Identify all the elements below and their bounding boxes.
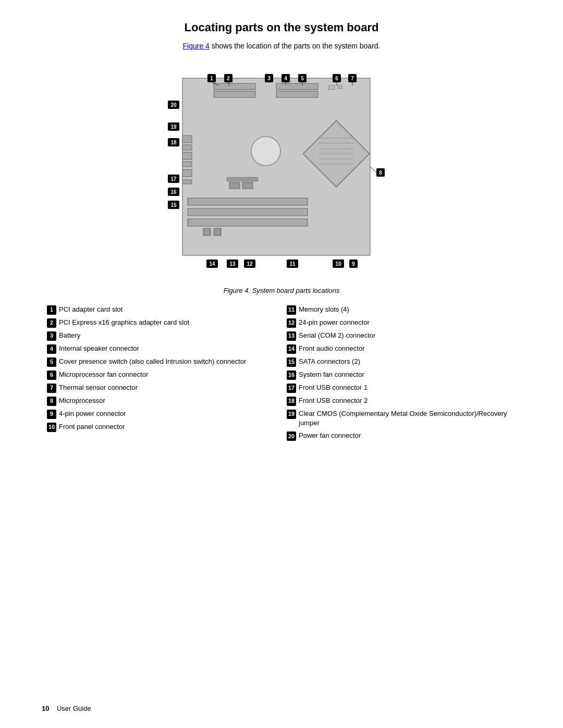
- legend-item-text: 24-pin power connector: [299, 318, 516, 327]
- svg-rect-25: [214, 228, 221, 236]
- svg-rect-75: [338, 85, 342, 89]
- svg-text:12: 12: [247, 261, 253, 267]
- svg-text:18: 18: [170, 140, 177, 145]
- svg-rect-21: [182, 162, 192, 167]
- legend-item-text: SATA connectors (2): [299, 357, 516, 366]
- legend-item-text: Front panel connector: [59, 422, 276, 431]
- legend-item: 19Clear CMOS (Complementary Metal Oxide …: [287, 409, 516, 428]
- legend-item: 15SATA connectors (2): [287, 357, 516, 367]
- svg-rect-3: [276, 83, 318, 90]
- svg-rect-19: [182, 145, 192, 150]
- legend-item-text: PCI adapter card slot: [59, 305, 276, 314]
- svg-rect-7: [188, 219, 308, 226]
- legend-badge: 19: [287, 410, 296, 419]
- svg-text:6: 6: [335, 76, 338, 81]
- legend-badge: 13: [287, 331, 296, 341]
- legend-item: 4Internal speaker connector: [47, 344, 276, 354]
- svg-rect-2: [214, 91, 255, 97]
- legend-item-text: Clear CMOS (Complementary Metal Oxide Se…: [299, 409, 516, 428]
- legend-badge: 14: [287, 344, 296, 354]
- svg-text:4: 4: [284, 76, 287, 81]
- legend-item: 13Serial (COM 2) connector: [287, 331, 516, 341]
- svg-text:14: 14: [209, 261, 215, 267]
- figure-link[interactable]: Figure 4: [183, 42, 210, 50]
- legend-badge: 15: [287, 357, 296, 367]
- legend-item-text: Microprocessor fan connector: [59, 370, 276, 379]
- svg-text:1: 1: [210, 76, 213, 81]
- legend-item: 3Battery: [47, 331, 276, 341]
- legend-item: 1PCI adapter card slot: [47, 305, 276, 315]
- system-board-diagram: 1 2 3 4 5 6 7 20 19: [146, 63, 417, 281]
- svg-rect-20: [182, 152, 192, 159]
- svg-rect-24: [203, 228, 211, 236]
- diagram-container: 1 2 3 4 5 6 7 20 19: [42, 63, 521, 281]
- legend-badge: 17: [287, 384, 296, 393]
- legend-item-text: System fan connector: [299, 370, 516, 379]
- svg-rect-26: [227, 177, 258, 181]
- legend-badge: 2: [47, 318, 56, 328]
- legend-badge: 1: [47, 305, 56, 315]
- intro-paragraph: Figure 4 shows the location of the parts…: [42, 42, 521, 50]
- legend-item-text: 4-pin power connector: [59, 409, 276, 418]
- legend-item-text: Thermal sensor connector: [59, 383, 276, 392]
- svg-rect-4: [276, 91, 318, 97]
- legend-item-text: Cover presence switch (also called Intru…: [59, 357, 276, 366]
- legend-badge: 4: [47, 344, 56, 354]
- legend-item: 18Front USB connector 2: [287, 396, 516, 406]
- legend-badge: 10: [47, 423, 56, 432]
- svg-text:3: 3: [267, 76, 271, 81]
- svg-rect-23: [182, 180, 192, 184]
- legend-item: 8Microprocessor: [47, 396, 276, 406]
- legend-item: 6Microprocessor fan connector: [47, 370, 276, 380]
- legend-item: 20Power fan connector: [287, 431, 516, 441]
- svg-text:11: 11: [289, 261, 296, 267]
- legend-left-column: 1PCI adapter card slot2PCI Express x16 g…: [42, 305, 282, 444]
- legend-item-text: Front USB connector 2: [299, 396, 516, 405]
- svg-text:13: 13: [229, 261, 236, 267]
- legend-badge: 8: [47, 397, 56, 406]
- legend-item-text: Memory slots (4): [299, 305, 516, 314]
- legend-right-column: 11Memory slots (4)1224-pin power connect…: [282, 305, 521, 444]
- legend-badge: 18: [287, 397, 296, 406]
- legend-item: 17Front USB connector 1: [287, 383, 516, 393]
- svg-text:8: 8: [379, 170, 382, 176]
- legend-item: 1224-pin power connector: [287, 318, 516, 328]
- legend-badge: 11: [287, 305, 296, 315]
- legend-badge: 12: [287, 318, 296, 328]
- svg-text:2: 2: [227, 76, 230, 81]
- legend-item-text: Battery: [59, 331, 276, 340]
- svg-text:19: 19: [170, 124, 177, 130]
- legend-badge: 20: [287, 431, 296, 441]
- legend-item: 11Memory slots (4): [287, 305, 516, 315]
- svg-text:15: 15: [170, 202, 177, 208]
- legend-item: 2PCI Express x16 graphics adapter card s…: [47, 318, 276, 328]
- svg-rect-16: [229, 182, 240, 189]
- svg-rect-6: [188, 208, 308, 216]
- legend-item: 10Front panel connector: [47, 422, 276, 432]
- diagram-wrapper: 1 2 3 4 5 6 7 20 19: [146, 63, 417, 281]
- legend-badge: 5: [47, 357, 56, 367]
- legend-item-text: Microprocessor: [59, 396, 276, 405]
- footer-label: User Guide: [57, 705, 91, 712]
- intro-text-suffix: shows the location of the parts on the s…: [210, 42, 381, 50]
- legend-item-text: Front audio connector: [299, 344, 516, 353]
- figure-caption: Figure 4. System board parts locations: [42, 287, 521, 294]
- svg-rect-17: [242, 182, 253, 189]
- legend-item-text: Power fan connector: [299, 431, 516, 440]
- svg-rect-74: [328, 85, 335, 90]
- legend-item-text: Serial (COM 2) connector: [299, 331, 516, 340]
- legend-item: 16System fan connector: [287, 370, 516, 380]
- page-title: Locating parts on the system board: [42, 21, 521, 34]
- legend-container: 1PCI adapter card slot2PCI Express x16 g…: [42, 305, 521, 444]
- svg-text:7: 7: [351, 76, 354, 81]
- svg-text:9: 9: [352, 261, 355, 267]
- legend-badge: 16: [287, 371, 296, 380]
- legend-item: 14Front audio connector: [287, 344, 516, 354]
- svg-point-8: [251, 137, 280, 166]
- svg-text:10: 10: [335, 261, 341, 267]
- legend-item-text: Internal speaker connector: [59, 344, 276, 353]
- footer-page-number: 10: [42, 705, 49, 712]
- footer: 10 User Guide: [42, 705, 91, 712]
- legend-badge: 9: [47, 410, 56, 419]
- legend-item: 5Cover presence switch (also called Intr…: [47, 357, 276, 367]
